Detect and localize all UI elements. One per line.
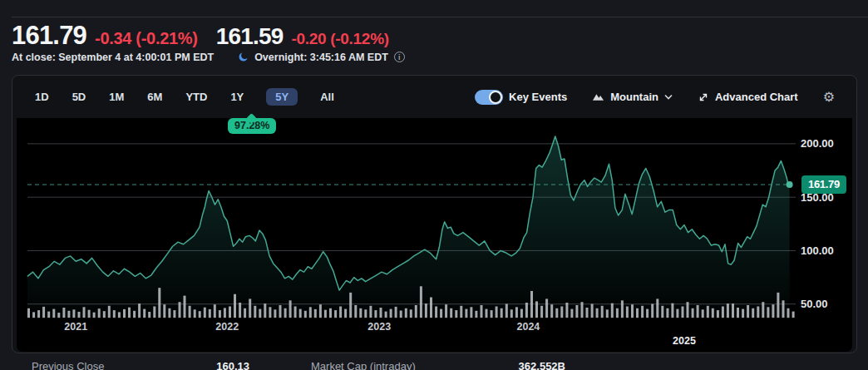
chart-toolbar: 1D 5D 1M 6M YTD 1Y 5Y All Key Events Mou… — [12, 76, 856, 118]
volume-bar — [440, 309, 442, 318]
volume-bar — [782, 300, 785, 318]
x-axis-label: 2023 — [367, 321, 391, 333]
key-events-control: Key Events — [475, 90, 567, 105]
range-6m[interactable]: 6M — [146, 88, 163, 106]
x-axis-label: 2022 — [215, 321, 239, 333]
volume-bar — [727, 303, 729, 318]
settings-gear-icon[interactable]: ⚙ — [823, 91, 835, 104]
advanced-chart-button[interactable]: Advanced Chart — [698, 91, 798, 103]
volume-bar — [631, 304, 634, 318]
toggle-knob — [489, 91, 502, 104]
stat-previous-close: Previous Close 160.13 — [32, 360, 249, 370]
volume-bar — [430, 298, 432, 318]
chart-type-selector[interactable]: Mountain — [592, 91, 673, 103]
quote-header: 161.79 -0.34 (-0.21%) 161.59 -0.20 (-0.1… — [12, 21, 389, 51]
volume-bar — [194, 309, 196, 318]
volume-bar — [184, 296, 186, 318]
volume-bar — [329, 308, 332, 318]
volume-bar — [486, 309, 488, 318]
stat-label: Previous Close — [32, 360, 104, 370]
volume-bar — [762, 302, 764, 318]
chart-controls: Key Events Mountain Advanced Chart ⚙ — [475, 90, 835, 105]
volume-bar — [354, 305, 357, 318]
range-5d[interactable]: 5D — [72, 88, 87, 106]
volume-bar — [707, 306, 709, 318]
volume-bar — [626, 306, 629, 318]
volume-bar — [616, 308, 619, 318]
range-selector: 1D 5D 1M 6M YTD 1Y 5Y All — [34, 88, 335, 106]
volume-bar — [687, 302, 689, 318]
overnight-note: Overnight: 3:45:16 AM EDT — [254, 52, 388, 63]
stats-row: Previous Close 160.13 Market Cap (intrad… — [12, 360, 857, 370]
volume-bar — [269, 307, 271, 318]
price-change: -0.34 (-0.21%) — [95, 29, 198, 48]
key-events-toggle[interactable] — [475, 90, 503, 105]
volume-bar — [239, 303, 241, 318]
volume-bar — [179, 302, 181, 318]
moon-icon — [237, 51, 249, 63]
volume-bar — [209, 309, 211, 318]
volume-bar — [57, 313, 60, 318]
volume-bar — [284, 308, 287, 318]
volume-bar — [289, 300, 292, 318]
volume-bar — [415, 305, 417, 318]
volume-bar — [420, 286, 422, 318]
volume-bar — [324, 310, 327, 318]
volume-bar — [62, 308, 65, 318]
volume-bar — [349, 293, 352, 318]
plot-area: 200.00150.00100.0050.0020212022202320242… — [17, 118, 852, 352]
volume-bar — [465, 309, 467, 318]
volume-bar — [445, 304, 447, 318]
range-1d[interactable]: 1D — [34, 88, 50, 106]
volume-bar — [113, 310, 116, 318]
volume-bar — [214, 304, 216, 318]
volume-bar — [143, 309, 145, 318]
volume-bar — [742, 309, 744, 318]
volume-bar — [395, 307, 397, 318]
volume-bar — [173, 310, 175, 318]
range-5y[interactable]: 5Y — [266, 88, 298, 106]
volume-bar — [712, 308, 714, 318]
volume-bar — [525, 303, 528, 318]
volume-bar — [747, 305, 749, 318]
volume-bar — [535, 301, 538, 318]
volume-bar — [52, 309, 55, 318]
volume-bar — [545, 298, 548, 318]
y-axis-label: 50.00 — [801, 298, 828, 310]
volume-bar — [676, 309, 678, 318]
volume-bar — [450, 308, 452, 318]
volume-bar — [118, 312, 121, 318]
volume-bar — [732, 303, 734, 318]
advanced-chart-label: Advanced Chart — [715, 91, 798, 103]
volume-bar — [168, 308, 170, 318]
overnight-price-change: -0.20 (-0.12%) — [292, 30, 389, 48]
range-1y[interactable]: 1Y — [229, 88, 244, 106]
volume-bar — [219, 310, 221, 318]
range-all[interactable]: All — [319, 88, 335, 106]
volume-bar — [455, 310, 457, 318]
volume-bar — [575, 305, 578, 318]
volume-bar — [359, 308, 362, 318]
volume-bar — [405, 308, 407, 318]
range-ytd[interactable]: YTD — [185, 88, 208, 106]
stat-market-cap: Market Cap (intraday) 362.552B — [311, 360, 565, 370]
stat-label: Market Cap (intraday) — [311, 360, 416, 370]
volume-bar — [671, 303, 673, 318]
volume-bar — [148, 312, 150, 318]
volume-bar — [410, 309, 412, 318]
volume-bar — [515, 307, 518, 318]
volume-bar — [32, 312, 35, 318]
volume-bar — [682, 306, 684, 318]
volume-bar — [244, 308, 246, 318]
volume-bar — [259, 309, 261, 318]
volume-bar — [380, 308, 382, 318]
at-close-note: At close: September 4 at 4:00:01 PM EDT — [12, 52, 214, 63]
volume-bar — [229, 306, 231, 318]
range-1m[interactable]: 1M — [108, 88, 125, 106]
volume-bar — [108, 306, 111, 318]
volume-bar — [339, 306, 342, 318]
volume-bar — [586, 308, 589, 318]
price-chart[interactable]: 200.00150.00100.0050.0020212022202320242… — [17, 118, 852, 352]
info-icon[interactable]: i — [394, 52, 405, 62]
overnight-price: 161.59 — [216, 23, 284, 50]
